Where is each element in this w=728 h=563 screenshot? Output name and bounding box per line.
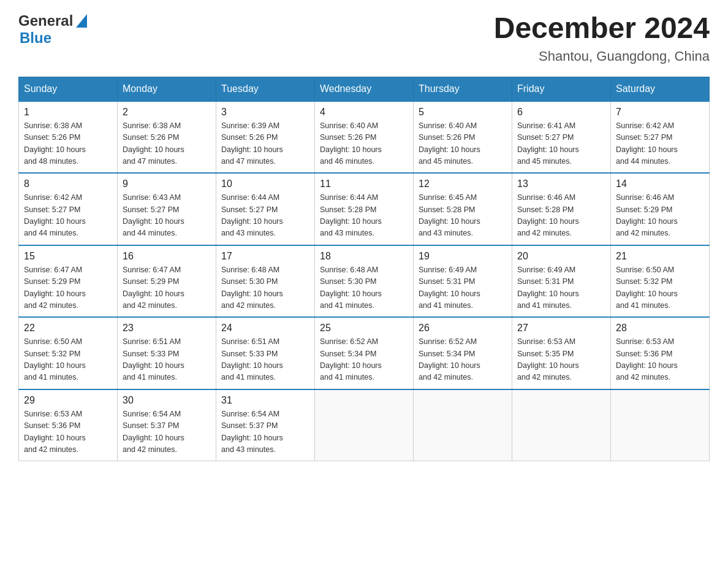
logo: General Blue bbox=[18, 12, 87, 47]
logo-general-text: General bbox=[18, 12, 73, 29]
calendar-title: December 2024 bbox=[494, 12, 710, 45]
calendar-cell: 19 Sunrise: 6:49 AM Sunset: 5:31 PM Dayl… bbox=[414, 245, 512, 318]
day-number: 10 bbox=[221, 178, 309, 190]
calendar-week-5: 29 Sunrise: 6:53 AM Sunset: 5:36 PM Dayl… bbox=[19, 389, 710, 461]
day-number: 11 bbox=[320, 178, 408, 190]
day-info: Sunrise: 6:52 AM Sunset: 5:34 PM Dayligh… bbox=[320, 336, 408, 384]
day-number: 15 bbox=[24, 251, 112, 262]
day-info: Sunrise: 6:51 AM Sunset: 5:33 PM Dayligh… bbox=[123, 336, 211, 384]
day-number: 24 bbox=[221, 323, 309, 334]
title-area: December 2024 Shantou, Guangdong, China bbox=[494, 12, 710, 64]
day-info: Sunrise: 6:51 AM Sunset: 5:33 PM Dayligh… bbox=[221, 336, 309, 384]
calendar-cell: 9 Sunrise: 6:43 AM Sunset: 5:27 PM Dayli… bbox=[118, 173, 216, 245]
calendar-cell: 6 Sunrise: 6:41 AM Sunset: 5:27 PM Dayli… bbox=[512, 101, 611, 174]
calendar-cell: 14 Sunrise: 6:46 AM Sunset: 5:29 PM Dayl… bbox=[611, 173, 710, 245]
day-number: 1 bbox=[24, 107, 112, 118]
day-number: 31 bbox=[221, 395, 309, 406]
day-number: 29 bbox=[24, 395, 112, 406]
calendar-subtitle: Shantou, Guangdong, China bbox=[494, 48, 710, 64]
calendar-week-3: 15 Sunrise: 6:47 AM Sunset: 5:29 PM Dayl… bbox=[19, 245, 710, 318]
calendar-header-row: SundayMondayTuesdayWednesdayThursdayFrid… bbox=[19, 77, 710, 101]
calendar-week-2: 8 Sunrise: 6:42 AM Sunset: 5:27 PM Dayli… bbox=[19, 173, 710, 245]
day-info: Sunrise: 6:45 AM Sunset: 5:28 PM Dayligh… bbox=[419, 192, 507, 240]
day-info: Sunrise: 6:46 AM Sunset: 5:29 PM Dayligh… bbox=[616, 192, 704, 240]
calendar-cell: 27 Sunrise: 6:53 AM Sunset: 5:35 PM Dayl… bbox=[512, 317, 611, 389]
day-info: Sunrise: 6:47 AM Sunset: 5:29 PM Dayligh… bbox=[24, 264, 112, 312]
calendar-cell: 8 Sunrise: 6:42 AM Sunset: 5:27 PM Dayli… bbox=[19, 173, 118, 245]
calendar-cell bbox=[414, 389, 512, 461]
day-info: Sunrise: 6:39 AM Sunset: 5:26 PM Dayligh… bbox=[221, 120, 309, 168]
logo-arrow-icon bbox=[76, 14, 87, 28]
day-info: Sunrise: 6:40 AM Sunset: 5:26 PM Dayligh… bbox=[419, 120, 507, 168]
day-info: Sunrise: 6:41 AM Sunset: 5:27 PM Dayligh… bbox=[517, 120, 605, 168]
calendar-cell: 1 Sunrise: 6:38 AM Sunset: 5:26 PM Dayli… bbox=[19, 101, 118, 174]
col-header-sunday: Sunday bbox=[19, 77, 118, 101]
day-number: 23 bbox=[123, 323, 211, 334]
day-number: 5 bbox=[419, 107, 507, 118]
day-info: Sunrise: 6:53 AM Sunset: 5:36 PM Dayligh… bbox=[616, 336, 704, 384]
day-info: Sunrise: 6:49 AM Sunset: 5:31 PM Dayligh… bbox=[517, 264, 605, 312]
day-number: 28 bbox=[616, 323, 704, 334]
calendar-cell: 7 Sunrise: 6:42 AM Sunset: 5:27 PM Dayli… bbox=[611, 101, 710, 174]
calendar-cell: 15 Sunrise: 6:47 AM Sunset: 5:29 PM Dayl… bbox=[19, 245, 118, 318]
day-number: 18 bbox=[320, 251, 408, 262]
day-number: 6 bbox=[517, 107, 605, 118]
day-info: Sunrise: 6:48 AM Sunset: 5:30 PM Dayligh… bbox=[221, 264, 309, 312]
calendar-cell: 21 Sunrise: 6:50 AM Sunset: 5:32 PM Dayl… bbox=[611, 245, 710, 318]
day-number: 22 bbox=[24, 323, 112, 334]
calendar-cell bbox=[315, 389, 414, 461]
day-number: 13 bbox=[517, 178, 605, 190]
day-number: 8 bbox=[24, 178, 112, 190]
day-number: 25 bbox=[320, 323, 408, 334]
day-info: Sunrise: 6:50 AM Sunset: 5:32 PM Dayligh… bbox=[24, 336, 112, 384]
page-header: General Blue December 2024 Shantou, Guan… bbox=[18, 12, 710, 64]
col-header-saturday: Saturday bbox=[611, 77, 710, 101]
col-header-thursday: Thursday bbox=[414, 77, 512, 101]
day-info: Sunrise: 6:48 AM Sunset: 5:30 PM Dayligh… bbox=[320, 264, 408, 312]
calendar-cell: 31 Sunrise: 6:54 AM Sunset: 5:37 PM Dayl… bbox=[216, 389, 315, 461]
day-number: 17 bbox=[221, 251, 309, 262]
calendar-cell bbox=[512, 389, 611, 461]
day-info: Sunrise: 6:52 AM Sunset: 5:34 PM Dayligh… bbox=[419, 336, 507, 384]
calendar-cell: 18 Sunrise: 6:48 AM Sunset: 5:30 PM Dayl… bbox=[315, 245, 414, 318]
day-info: Sunrise: 6:53 AM Sunset: 5:36 PM Dayligh… bbox=[24, 408, 112, 456]
day-number: 21 bbox=[616, 251, 704, 262]
day-info: Sunrise: 6:42 AM Sunset: 5:27 PM Dayligh… bbox=[616, 120, 704, 168]
calendar-cell: 23 Sunrise: 6:51 AM Sunset: 5:33 PM Dayl… bbox=[118, 317, 216, 389]
day-info: Sunrise: 6:50 AM Sunset: 5:32 PM Dayligh… bbox=[616, 264, 704, 312]
calendar-cell: 13 Sunrise: 6:46 AM Sunset: 5:28 PM Dayl… bbox=[512, 173, 611, 245]
calendar-cell: 10 Sunrise: 6:44 AM Sunset: 5:27 PM Dayl… bbox=[216, 173, 315, 245]
day-number: 3 bbox=[221, 107, 309, 118]
calendar-cell bbox=[611, 389, 710, 461]
day-number: 14 bbox=[616, 178, 704, 190]
day-info: Sunrise: 6:46 AM Sunset: 5:28 PM Dayligh… bbox=[517, 192, 605, 240]
col-header-friday: Friday bbox=[512, 77, 611, 101]
calendar-cell: 4 Sunrise: 6:40 AM Sunset: 5:26 PM Dayli… bbox=[315, 101, 414, 174]
col-header-monday: Monday bbox=[118, 77, 216, 101]
calendar-cell: 12 Sunrise: 6:45 AM Sunset: 5:28 PM Dayl… bbox=[414, 173, 512, 245]
calendar-cell: 16 Sunrise: 6:47 AM Sunset: 5:29 PM Dayl… bbox=[118, 245, 216, 318]
day-number: 30 bbox=[123, 395, 211, 406]
day-number: 27 bbox=[517, 323, 605, 334]
day-number: 7 bbox=[616, 107, 704, 118]
calendar-week-1: 1 Sunrise: 6:38 AM Sunset: 5:26 PM Dayli… bbox=[19, 101, 710, 174]
day-number: 16 bbox=[123, 251, 211, 262]
day-number: 19 bbox=[419, 251, 507, 262]
day-number: 2 bbox=[123, 107, 211, 118]
day-info: Sunrise: 6:38 AM Sunset: 5:26 PM Dayligh… bbox=[123, 120, 211, 168]
calendar-cell: 5 Sunrise: 6:40 AM Sunset: 5:26 PM Dayli… bbox=[414, 101, 512, 174]
day-info: Sunrise: 6:40 AM Sunset: 5:26 PM Dayligh… bbox=[320, 120, 408, 168]
calendar-cell: 28 Sunrise: 6:53 AM Sunset: 5:36 PM Dayl… bbox=[611, 317, 710, 389]
calendar-cell: 3 Sunrise: 6:39 AM Sunset: 5:26 PM Dayli… bbox=[216, 101, 315, 174]
day-info: Sunrise: 6:43 AM Sunset: 5:27 PM Dayligh… bbox=[123, 192, 211, 240]
calendar-cell: 25 Sunrise: 6:52 AM Sunset: 5:34 PM Dayl… bbox=[315, 317, 414, 389]
day-number: 9 bbox=[123, 178, 211, 190]
calendar-cell: 24 Sunrise: 6:51 AM Sunset: 5:33 PM Dayl… bbox=[216, 317, 315, 389]
day-info: Sunrise: 6:42 AM Sunset: 5:27 PM Dayligh… bbox=[24, 192, 112, 240]
calendar-cell: 2 Sunrise: 6:38 AM Sunset: 5:26 PM Dayli… bbox=[118, 101, 216, 174]
day-info: Sunrise: 6:53 AM Sunset: 5:35 PM Dayligh… bbox=[517, 336, 605, 384]
day-info: Sunrise: 6:49 AM Sunset: 5:31 PM Dayligh… bbox=[419, 264, 507, 312]
day-number: 20 bbox=[517, 251, 605, 262]
calendar-cell: 20 Sunrise: 6:49 AM Sunset: 5:31 PM Dayl… bbox=[512, 245, 611, 318]
calendar-table: SundayMondayTuesdayWednesdayThursdayFrid… bbox=[18, 77, 710, 462]
